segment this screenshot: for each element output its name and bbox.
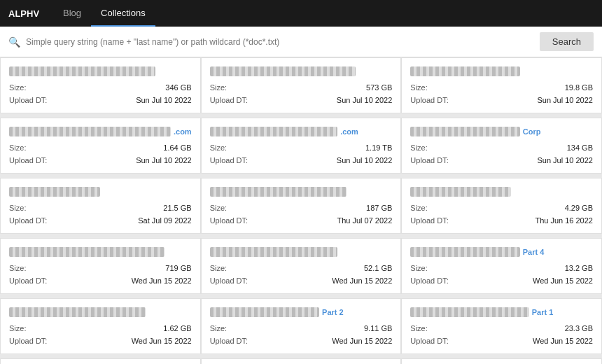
card-upload-row: Upload DT:Sun Jul 10 2022 — [9, 94, 192, 107]
nav-collections[interactable]: Collections — [91, 0, 155, 27]
size-label: Size: — [210, 323, 227, 335]
card-title-suffix: Corp — [523, 127, 541, 136]
card-upload-row: Upload DT:Thu Jun 16 2022 — [410, 215, 593, 227]
card-title-suffix: .com — [340, 127, 358, 136]
card-info: Size:52.1 GBUpload DT:Wed Jun 15 2022 — [210, 262, 393, 287]
search-input[interactable] — [26, 37, 534, 47]
collection-card[interactable]: Size:719 GBUpload DT:Wed Jun 15 2022 — [0, 238, 201, 294]
upload-dt-label: Upload DT: — [210, 215, 248, 227]
upload-dt-label: Upload DT: — [9, 335, 47, 348]
card-size-row: Size:21.5 GB — [9, 202, 192, 215]
size-label: Size: — [9, 262, 26, 275]
card-size-row: Size:134 GB — [410, 142, 593, 155]
card-title: .com — [210, 125, 393, 138]
card-title — [210, 186, 393, 198]
collection-card[interactable]: Part 2Size:9.11 GBUpload DT:Wed Jun 15 2… — [201, 298, 402, 354]
upload-dt-value: Sun Jul 10 2022 — [337, 94, 393, 107]
card-upload-row: Upload DT:Thu Jul 07 2022 — [210, 215, 393, 227]
collection-card[interactable]: Size:162 GBUpload DT:Wed Jun 15 2022 — [401, 358, 602, 364]
collection-card[interactable]: Size:187 GBUpload DT:Thu Jul 07 2022 — [201, 178, 402, 234]
card-upload-row: Upload DT:Sun Jul 10 2022 — [410, 94, 593, 107]
collection-card[interactable]: Size:164 GBUpload DT:Wed Jun 15 2022 — [201, 358, 402, 364]
nav-blog[interactable]: Blog — [53, 0, 91, 27]
upload-dt-value: Wed Jun 15 2022 — [332, 275, 392, 288]
card-upload-row: Upload DT:Wed Jun 15 2022 — [9, 275, 192, 288]
card-info: Size:21.5 GBUpload DT:Sat Jul 09 2022 — [9, 202, 192, 227]
size-label: Size: — [9, 323, 26, 335]
card-title-suffix: Part 4 — [523, 248, 545, 256]
collection-card[interactable]: Size:573 GBUpload DT:Sun Jul 10 2022 — [201, 57, 402, 113]
size-value: 52.1 GB — [364, 262, 392, 275]
card-upload-row: Upload DT:Wed Jun 15 2022 — [9, 335, 192, 348]
card-size-row: Size:19.8 GB — [410, 82, 593, 94]
card-size-row: Size:1.62 GB — [9, 323, 192, 335]
upload-dt-value: Sun Jul 10 2022 — [136, 94, 192, 107]
size-label: Size: — [210, 142, 227, 155]
card-title — [9, 186, 192, 198]
upload-dt-value: Sun Jul 10 2022 — [537, 94, 593, 107]
card-title: Part 2 — [210, 306, 393, 318]
upload-dt-value: Sun Jul 10 2022 — [337, 155, 393, 167]
card-upload-row: Upload DT:Wed Jun 15 2022 — [210, 335, 393, 348]
card-title: .com — [9, 125, 192, 138]
size-value: 1.64 GB — [163, 142, 191, 155]
size-value: 346 GB — [165, 82, 191, 94]
upload-dt-value: Sat Jul 09 2022 — [138, 215, 191, 227]
card-info: Size:13.2 GBUpload DT:Wed Jun 15 2022 — [410, 262, 593, 287]
upload-dt-value: Wed Jun 15 2022 — [533, 275, 593, 288]
upload-dt-label: Upload DT: — [410, 335, 448, 348]
search-icon: 🔍 — [8, 36, 20, 48]
upload-dt-label: Upload DT: — [210, 94, 248, 107]
search-bar: 🔍 Search — [0, 27, 602, 57]
card-size-row: Size:4.29 GB — [410, 202, 593, 215]
upload-dt-value: Wed Jun 15 2022 — [132, 275, 192, 288]
collection-card[interactable]: Size:4.29 GBUpload DT:Thu Jun 16 2022 — [401, 178, 602, 234]
collection-card[interactable]: Size:19.8 GBUpload DT:Sun Jul 10 2022 — [401, 57, 602, 113]
card-upload-row: Upload DT:Wed Jun 15 2022 — [410, 335, 593, 348]
size-value: 1.19 TB — [365, 142, 392, 155]
card-info: Size:4.29 GBUpload DT:Thu Jun 16 2022 — [410, 202, 593, 227]
size-label: Size: — [210, 82, 227, 94]
card-size-row: Size:1.19 TB — [210, 142, 393, 155]
card-info: Size:187 GBUpload DT:Thu Jul 07 2022 — [210, 202, 393, 227]
size-label: Size: — [9, 82, 26, 94]
size-label: Size: — [410, 202, 427, 215]
size-value: 19.8 GB — [565, 82, 593, 94]
upload-dt-label: Upload DT: — [9, 94, 47, 107]
collection-card[interactable]: Size:1.62 GBUpload DT:Wed Jun 15 2022 — [0, 298, 201, 354]
upload-dt-label: Upload DT: — [410, 94, 448, 107]
card-size-row: Size:9.11 GB — [210, 323, 393, 335]
upload-dt-label: Upload DT: — [410, 155, 448, 167]
size-label: Size: — [410, 82, 427, 94]
collection-card[interactable]: .comSize:1.19 TBUpload DT:Sun Jul 10 202… — [201, 118, 402, 174]
upload-dt-value: Sun Jul 10 2022 — [136, 155, 192, 167]
size-value: 187 GB — [366, 202, 392, 215]
card-title — [210, 246, 393, 258]
card-title: Part 4 — [410, 246, 593, 258]
collection-card[interactable]: Part 1Size:23.3 GBUpload DT:Wed Jun 15 2… — [401, 298, 602, 354]
upload-dt-label: Upload DT: — [9, 215, 47, 227]
collection-card[interactable]: Size:755 MBUpload DT:Wed Jun 15 2022 — [0, 358, 201, 364]
collection-card[interactable]: Size:21.5 GBUpload DT:Sat Jul 09 2022 — [0, 178, 201, 234]
card-upload-row: Upload DT:Sun Jul 10 2022 — [210, 94, 393, 107]
collection-card[interactable]: Size:52.1 GBUpload DT:Wed Jun 15 2022 — [201, 238, 402, 294]
collection-card[interactable]: .comSize:1.64 GBUpload DT:Sun Jul 10 202… — [0, 118, 201, 174]
collection-card[interactable]: Size:346 GBUpload DT:Sun Jul 10 2022 — [0, 57, 201, 113]
upload-dt-value: Thu Jun 16 2022 — [535, 215, 593, 227]
collection-card[interactable]: Part 4Size:13.2 GBUpload DT:Wed Jun 15 2… — [401, 238, 602, 294]
card-title — [410, 186, 593, 198]
upload-dt-label: Upload DT: — [210, 275, 248, 288]
card-upload-row: Upload DT:Wed Jun 15 2022 — [410, 275, 593, 288]
upload-dt-label: Upload DT: — [410, 275, 448, 288]
card-title-suffix: .com — [174, 127, 192, 136]
collections-grid: Size:346 GBUpload DT:Sun Jul 10 2022Size… — [0, 57, 602, 364]
card-info: Size:1.62 GBUpload DT:Wed Jun 15 2022 — [9, 323, 192, 347]
search-button[interactable]: Search — [540, 32, 594, 51]
size-value: 134 GB — [567, 142, 593, 155]
size-label: Size: — [9, 202, 26, 215]
size-value: 13.2 GB — [565, 262, 593, 275]
collection-card[interactable]: CorpSize:134 GBUpload DT:Sun Jul 10 2022 — [401, 118, 602, 174]
card-info: Size:573 GBUpload DT:Sun Jul 10 2022 — [210, 82, 393, 106]
size-label: Size: — [9, 142, 26, 155]
upload-dt-value: Wed Jun 15 2022 — [332, 335, 392, 348]
